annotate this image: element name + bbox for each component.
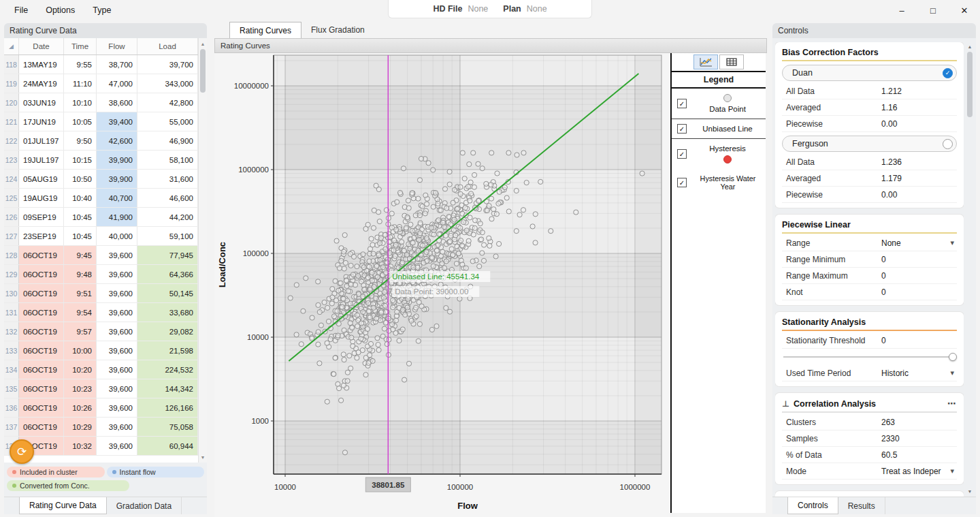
cell-load[interactable]: 29,082 bbox=[137, 322, 198, 341]
setting-value[interactable]: Treat as Indeper bbox=[881, 467, 941, 476]
table-row[interactable]: 13506OCT1910:2339,600144,342 bbox=[4, 379, 198, 398]
table-row[interactable]: 12405AUG1910:5039,90031,600 bbox=[4, 170, 198, 189]
table-row[interactable]: 13206OCT199:5739,60029,082 bbox=[4, 322, 198, 341]
method-option-ferguson[interactable]: Ferguson bbox=[782, 136, 957, 152]
cell-date[interactable]: 19AUG19 bbox=[19, 189, 64, 207]
method-radio[interactable]: ✓ bbox=[943, 68, 953, 78]
cell-date[interactable]: 06OCT19 bbox=[19, 284, 64, 302]
cell-date[interactable]: 19JUL197 bbox=[19, 151, 64, 169]
table-row[interactable]: 12201JUL1979:5042,60046,900 bbox=[4, 131, 198, 151]
cell-flow[interactable]: 41,900 bbox=[97, 208, 137, 226]
menu-file[interactable]: File bbox=[5, 5, 37, 15]
cell-flow[interactable]: 42,600 bbox=[97, 131, 137, 150]
cell-load[interactable]: 58,100 bbox=[137, 151, 198, 169]
cell-flow[interactable]: 39,600 bbox=[97, 246, 137, 264]
table-row[interactable]: 12519AUG1910:4040,70046,600 bbox=[4, 189, 198, 208]
cell-load[interactable]: 60,944 bbox=[137, 437, 198, 455]
cell-flow[interactable]: 39,600 bbox=[97, 379, 137, 398]
cell-time[interactable]: 10:23 bbox=[64, 379, 97, 398]
legend-checkbox[interactable]: ✓ bbox=[677, 149, 687, 159]
cell-load[interactable]: 50,145 bbox=[137, 284, 198, 302]
cell-load[interactable]: 55,000 bbox=[137, 112, 198, 131]
cell-load[interactable]: 21,598 bbox=[137, 341, 198, 360]
cell-flow[interactable]: 40,700 bbox=[97, 189, 137, 207]
column-header-time[interactable]: Time bbox=[64, 38, 97, 54]
cell-load[interactable]: 144,342 bbox=[137, 379, 198, 398]
slider-handle[interactable] bbox=[949, 353, 957, 361]
cell-flow[interactable]: 39,600 bbox=[97, 322, 137, 341]
scroll-down-icon[interactable]: ▼ bbox=[966, 487, 974, 495]
tab-results[interactable]: Results bbox=[838, 497, 885, 514]
cell-time[interactable]: 10:45 bbox=[64, 208, 97, 226]
setting-value[interactable]: Historic bbox=[881, 369, 909, 378]
cell-flow[interactable]: 39,600 bbox=[97, 360, 137, 379]
method-option-duan[interactable]: Duan✓ bbox=[782, 65, 957, 81]
tab-rating-curve-data[interactable]: Rating Curve Data bbox=[19, 497, 107, 514]
table-scrollbar[interactable]: ▲ ▼ bbox=[198, 38, 207, 463]
rating-curves-plot[interactable]: Unbiased Line: 45541.34Data Point: 39000… bbox=[214, 53, 670, 517]
cell-time[interactable]: 9:48 bbox=[64, 265, 97, 283]
table-row[interactable]: 12906OCT199:4839,60064,366 bbox=[4, 265, 198, 284]
column-header-flow[interactable]: Flow bbox=[97, 38, 137, 54]
cell-time[interactable]: 9:51 bbox=[64, 284, 97, 302]
cell-load[interactable]: 343,000 bbox=[137, 74, 198, 93]
scroll-up-icon[interactable]: ▲ bbox=[199, 40, 207, 48]
cell-time[interactable]: 9:50 bbox=[64, 131, 97, 150]
table-row[interactable]: 13606OCT1910:2639,600126,166 bbox=[4, 398, 198, 418]
cell-flow[interactable]: 39,600 bbox=[97, 265, 137, 283]
table-row[interactable]: 12609SEP1910:4541,90044,200 bbox=[4, 208, 198, 227]
cell-date[interactable]: 06OCT19 bbox=[19, 418, 64, 436]
cell-time[interactable]: 9:45 bbox=[64, 246, 97, 264]
cell-date[interactable]: 06OCT19 bbox=[19, 379, 64, 398]
cell-flow[interactable]: 39,600 bbox=[97, 303, 137, 322]
column-header-load[interactable]: Load bbox=[137, 38, 198, 54]
column-header-date[interactable]: Date bbox=[19, 38, 64, 54]
table-row[interactable]: 12117JUN1910:0539,40055,000 bbox=[4, 112, 198, 131]
select-all-corner[interactable]: ◢ bbox=[4, 38, 19, 54]
refresh-button[interactable]: ⟳ bbox=[10, 439, 34, 464]
cell-time[interactable]: 10:20 bbox=[64, 360, 97, 379]
hd-file-value[interactable]: None bbox=[468, 4, 488, 14]
cell-date[interactable]: 06OCT19 bbox=[19, 322, 64, 341]
legend-checkbox[interactable]: ✓ bbox=[677, 124, 687, 134]
chevron-down-icon[interactable]: ▾ bbox=[950, 467, 954, 475]
cell-time[interactable]: 10:40 bbox=[64, 189, 97, 207]
cell-load[interactable]: 59,100 bbox=[137, 227, 198, 245]
cell-date[interactable]: 09SEP19 bbox=[19, 208, 64, 226]
cell-time[interactable]: 9:57 bbox=[64, 322, 97, 341]
more-options-button[interactable]: ⋯ bbox=[947, 398, 957, 409]
method-radio[interactable] bbox=[943, 139, 953, 149]
cell-date[interactable]: 06OCT19 bbox=[19, 398, 64, 417]
table-row[interactable]: 12806OCT199:4539,60077,945 bbox=[4, 246, 198, 265]
tab-controls[interactable]: Controls bbox=[787, 497, 838, 514]
cell-flow[interactable]: 39,900 bbox=[97, 151, 137, 169]
table-row[interactable]: 13106OCT199:5439,60033,680 bbox=[4, 303, 198, 322]
cell-load[interactable]: 75,058 bbox=[137, 418, 198, 436]
chevron-down-icon[interactable]: ▾ bbox=[950, 238, 954, 247]
cell-time[interactable]: 10:10 bbox=[64, 93, 97, 112]
cell-load[interactable]: 44,200 bbox=[137, 208, 198, 226]
table-row[interactable]: 12003JUN1910:1038,60042,800 bbox=[4, 93, 198, 112]
cell-time[interactable]: 10:45 bbox=[64, 227, 97, 245]
table-row[interactable]: 11924MAY1911:1047,000343,000 bbox=[4, 74, 198, 93]
cell-load[interactable]: 31,600 bbox=[137, 170, 198, 188]
cell-date[interactable]: 06OCT19 bbox=[19, 265, 64, 283]
cell-date[interactable]: 05AUG19 bbox=[19, 170, 64, 188]
cell-load[interactable]: 77,945 bbox=[137, 246, 198, 264]
cell-load[interactable]: 46,600 bbox=[137, 189, 198, 207]
cell-flow[interactable]: 38,600 bbox=[97, 93, 137, 112]
menu-type[interactable]: Type bbox=[84, 5, 120, 15]
setting-value[interactable]: None bbox=[881, 238, 901, 248]
cell-flow[interactable]: 39,600 bbox=[97, 437, 137, 455]
cell-time[interactable]: 9:55 bbox=[64, 55, 97, 74]
cell-time[interactable]: 10:26 bbox=[64, 398, 97, 417]
scroll-thumb[interactable] bbox=[967, 52, 973, 117]
cell-flow[interactable]: 40,000 bbox=[97, 227, 137, 245]
cell-date[interactable]: 03JUN19 bbox=[19, 93, 64, 112]
cell-time[interactable]: 9:54 bbox=[64, 303, 97, 322]
maximize-icon[interactable]: □ bbox=[917, 0, 949, 20]
cell-time[interactable]: 11:10 bbox=[64, 74, 97, 93]
cell-load[interactable]: 126,166 bbox=[137, 398, 198, 417]
cell-time[interactable]: 10:05 bbox=[64, 112, 97, 131]
table-row[interactable]: 11813MAY199:5538,70039,700 bbox=[4, 55, 198, 74]
